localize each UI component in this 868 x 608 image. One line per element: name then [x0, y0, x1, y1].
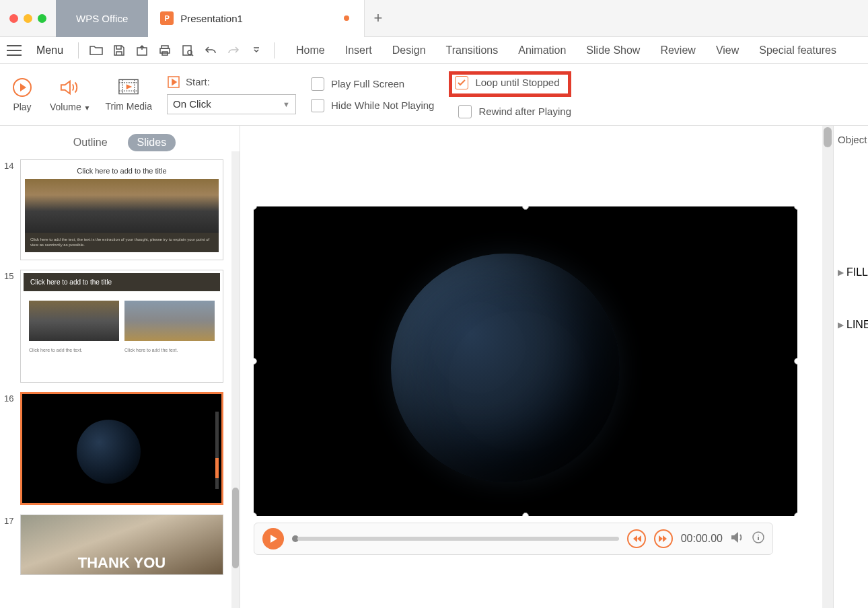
- slide-panel: Outline Slides 14 Click here to add to t…: [0, 126, 240, 608]
- tab-design[interactable]: Design: [392, 44, 426, 56]
- video-object[interactable]: [254, 206, 797, 516]
- play-button[interactable]: Play: [5, 77, 39, 112]
- document-title: Presentation1: [180, 13, 243, 24]
- export-icon[interactable]: [135, 43, 149, 58]
- checkbox-label: Loop until Stopped: [475, 77, 559, 88]
- tab-slide-show[interactable]: Slide Show: [586, 44, 640, 56]
- presentation-file-icon: P: [160, 11, 174, 25]
- trim-media-button[interactable]: Trim Media: [102, 77, 157, 112]
- resize-handle[interactable]: [522, 512, 529, 516]
- thumbnail-content: Click here to add to the title Click her…: [20, 270, 223, 383]
- print-preview-icon[interactable]: [180, 43, 195, 58]
- step-back-button[interactable]: [627, 529, 646, 548]
- maximize-window-icon[interactable]: [38, 14, 46, 23]
- seek-bar[interactable]: [292, 535, 619, 542]
- document-tab[interactable]: P Presentation1: [148, 0, 365, 37]
- tab-outline[interactable]: Outline: [64, 134, 117, 151]
- checkbox-label: Hide While Not Playing: [331, 100, 434, 111]
- volume-icon[interactable]: [731, 531, 744, 546]
- thumbnail-14[interactable]: 14 Click here to add to the title Click …: [4, 159, 236, 260]
- line-section[interactable]: ▶LINE: [834, 319, 868, 331]
- resize-handle[interactable]: [794, 512, 797, 516]
- undo-icon[interactable]: [203, 43, 218, 58]
- save-icon[interactable]: [112, 43, 126, 58]
- resize-handle[interactable]: [254, 512, 257, 516]
- earth-icon: [77, 420, 141, 484]
- slide-title-placeholder: Click here to add to the title: [21, 160, 223, 179]
- volume-button[interactable]: Volume ▼: [46, 77, 95, 112]
- tab-view[interactable]: View: [716, 44, 739, 56]
- slide-image: [29, 301, 119, 341]
- tab-slides[interactable]: Slides: [128, 134, 176, 151]
- redo-icon[interactable]: [226, 43, 241, 58]
- main-area: « Outline Slides 14 Click here to add to…: [0, 126, 868, 608]
- tab-insert[interactable]: Insert: [345, 44, 372, 56]
- expand-icon: ▶: [838, 320, 844, 330]
- resize-handle[interactable]: [794, 358, 797, 365]
- step-forward-button[interactable]: [654, 529, 673, 548]
- play-icon: [12, 77, 32, 98]
- menu-button[interactable]: Menu: [30, 44, 70, 56]
- resize-handle[interactable]: [522, 206, 529, 210]
- hide-while-not-playing-checkbox[interactable]: Hide While Not Playing: [311, 99, 434, 112]
- video-frame: [254, 206, 797, 516]
- resize-handle[interactable]: [254, 358, 257, 365]
- scrollbar-thumb[interactable]: [824, 127, 832, 147]
- slide-panel-tabs: Outline Slides: [0, 126, 240, 159]
- expand-icon: ▶: [838, 268, 844, 277]
- slide-canvas[interactable]: 00:00.00: [240, 126, 833, 608]
- new-tab-button[interactable]: +: [365, 9, 392, 27]
- slide-number: 15: [4, 270, 17, 281]
- seek-track: [297, 537, 619, 541]
- qat-customize-icon[interactable]: [249, 43, 264, 58]
- section-label: LINE: [846, 319, 868, 331]
- tab-animation[interactable]: Animation: [518, 44, 566, 56]
- tab-transitions[interactable]: Transitions: [446, 44, 499, 56]
- tab-review[interactable]: Review: [660, 44, 695, 56]
- hamburger-icon[interactable]: [7, 45, 22, 56]
- playback-options-col1: Play Full Screen Hide While Not Playing: [311, 77, 434, 112]
- sidebar-scrollbar[interactable]: [231, 151, 240, 608]
- start-select[interactable]: On Click ▼: [167, 94, 296, 114]
- trim-media-icon: [118, 77, 139, 97]
- slide-number: 14: [4, 159, 17, 171]
- slide-number: 16: [4, 392, 17, 404]
- scrollbar-thumb[interactable]: [232, 488, 239, 568]
- fill-section[interactable]: ▶FILL: [834, 266, 868, 278]
- start-icon: [167, 75, 180, 89]
- minimize-window-icon[interactable]: [24, 14, 32, 23]
- svg-rect-2: [160, 48, 170, 53]
- thumbnail-17[interactable]: 17 THANK YOU: [4, 515, 236, 575]
- player-play-button[interactable]: [262, 528, 284, 549]
- video-player-controls: 00:00.00: [254, 523, 773, 555]
- checkbox-label: Play Full Screen: [331, 78, 404, 89]
- resize-handle[interactable]: [254, 206, 257, 210]
- info-icon[interactable]: [752, 531, 764, 546]
- tab-home[interactable]: Home: [296, 44, 325, 56]
- checkbox-icon: [311, 77, 324, 91]
- highlight-annotation: Loop until Stopped: [449, 71, 571, 97]
- app-tab[interactable]: WPS Office: [56, 0, 148, 37]
- slide-text: THANK YOU: [78, 554, 166, 572]
- resize-handle[interactable]: [794, 206, 797, 210]
- start-value: On Click: [173, 98, 211, 110]
- checkbox-checked-icon: [455, 76, 468, 89]
- timecode: 00:00.00: [681, 533, 723, 545]
- open-icon[interactable]: [89, 43, 104, 58]
- play-full-screen-checkbox[interactable]: Play Full Screen: [311, 77, 434, 91]
- tab-special-features[interactable]: Special features: [759, 44, 836, 56]
- section-label: FILL: [846, 266, 868, 278]
- slide-caption: Click here to add the text.: [29, 341, 119, 352]
- slide-number: 17: [4, 515, 17, 526]
- ribbon-video-tools: Play Volume ▼ Trim Media Start: On Click…: [0, 64, 868, 126]
- close-window-icon[interactable]: [9, 14, 18, 23]
- print-icon[interactable]: [157, 43, 172, 58]
- volume-label: Volume ▼: [50, 102, 91, 112]
- canvas-scrollbar[interactable]: [822, 126, 833, 608]
- rewind-after-playing-checkbox[interactable]: Rewind after Playing: [458, 105, 571, 118]
- checkbox-icon: [311, 99, 324, 112]
- slide-title-placeholder: Click here to add to the title: [24, 273, 220, 291]
- loop-until-stopped-checkbox[interactable]: Loop until Stopped: [455, 76, 559, 89]
- thumbnail-16[interactable]: 16: [4, 392, 236, 505]
- thumbnail-15[interactable]: 15 Click here to add to the title Click …: [4, 270, 236, 383]
